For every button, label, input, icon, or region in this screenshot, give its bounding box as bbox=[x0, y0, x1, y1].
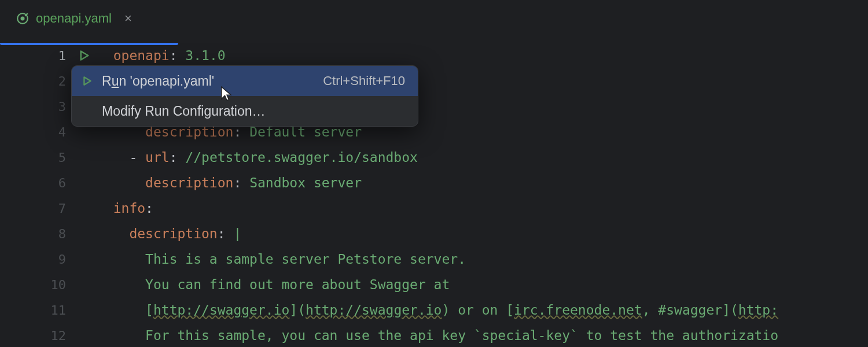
tab-openapi[interactable]: openapi.yaml × bbox=[8, 6, 142, 31]
line-number: 9 bbox=[0, 246, 97, 272]
code-line[interactable]: This is a sample server Petstore server. bbox=[97, 246, 868, 272]
line-number: 12 bbox=[0, 323, 97, 347]
tab-bar: openapi.yaml × bbox=[0, 0, 868, 37]
code-line[interactable]: openapi: 3.1.0 bbox=[97, 43, 868, 68]
code-line[interactable]: [http://swagger.io](http://swagger.io) o… bbox=[97, 297, 868, 323]
line-number: 8 bbox=[0, 221, 97, 246]
line-number: 1 bbox=[0, 43, 97, 68]
play-icon bbox=[81, 75, 94, 87]
line-number: 6 bbox=[0, 170, 97, 195]
menu-item-run[interactable]: Run 'openapi.yaml'Ctrl+Shift+F10 bbox=[72, 66, 418, 96]
context-menu: Run 'openapi.yaml'Ctrl+Shift+F10Modify R… bbox=[71, 65, 418, 127]
line-number: 5 bbox=[0, 145, 97, 170]
code-line[interactable]: description: | bbox=[97, 221, 868, 246]
openapi-file-icon bbox=[16, 12, 29, 25]
line-number: 7 bbox=[0, 195, 97, 221]
code-line[interactable]: For this sample, you can use the api key… bbox=[97, 323, 868, 347]
line-number: 10 bbox=[0, 272, 97, 297]
svg-point-1 bbox=[20, 16, 24, 20]
line-number: 11 bbox=[0, 297, 97, 323]
code-line[interactable]: You can find out more about Swagger at bbox=[97, 272, 868, 297]
menu-label: Run 'openapi.yaml' bbox=[102, 73, 315, 89]
run-gutter-icon[interactable] bbox=[78, 49, 91, 62]
menu-label: Modify Run Configuration… bbox=[102, 104, 405, 119]
menu-shortcut: Ctrl+Shift+F10 bbox=[323, 73, 405, 88]
code-line[interactable]: info: bbox=[97, 195, 868, 221]
tab-filename: openapi.yaml bbox=[36, 11, 112, 26]
code-line[interactable]: description: Sandbox server bbox=[97, 170, 868, 195]
code-line[interactable]: - url: //petstore.swagger.io/sandbox bbox=[97, 145, 868, 170]
close-icon[interactable]: × bbox=[122, 11, 134, 26]
menu-item-modify-run-config[interactable]: Modify Run Configuration… bbox=[72, 96, 418, 126]
active-tab-indicator bbox=[0, 43, 178, 45]
